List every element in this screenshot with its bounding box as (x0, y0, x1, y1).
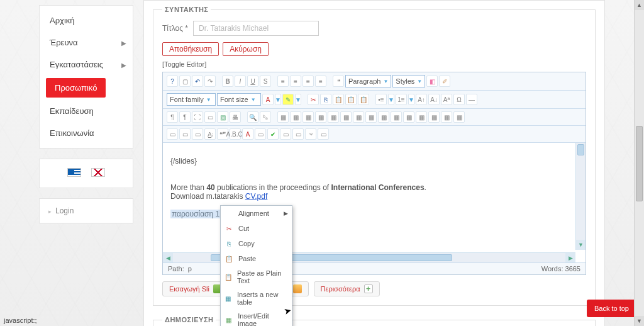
col-after-icon[interactable]: ▦ (340, 111, 352, 123)
win-scroll-thumb[interactable] (636, 126, 643, 201)
bullet-list-icon[interactable]: •≡ (375, 94, 387, 105)
cell6-icon[interactable]: ▦ (453, 111, 465, 123)
hscroll-right-icon[interactable]: ▶ (565, 253, 575, 263)
nav-staff[interactable]: Προσωπικό (46, 78, 106, 98)
block-icon[interactable]: ▭ (292, 128, 304, 140)
cancel-button[interactable]: Ακύρωση (223, 42, 269, 56)
col-before-icon[interactable]: ▦ (328, 111, 339, 123)
spell-icon[interactable]: ✔ (267, 128, 279, 140)
help-icon[interactable]: ? (167, 76, 178, 87)
ctx-paste[interactable]: 📋Paste (221, 251, 292, 266)
merge-icon[interactable]: ▦ (365, 111, 377, 123)
more-button[interactable]: Περισσότερα+ (314, 281, 380, 296)
row-before-icon[interactable]: ▦ (290, 111, 301, 123)
flag-english-icon[interactable] (91, 168, 105, 177)
underline-icon[interactable]: U (247, 76, 258, 87)
nav-contact[interactable]: Επικοινωνία (40, 122, 133, 144)
styles-select[interactable]: Styles▼ (392, 75, 425, 87)
editor-vscrollbar[interactable]: ▼ (575, 143, 586, 250)
strike-icon[interactable]: S (260, 76, 271, 87)
cell4-icon[interactable]: ▦ (428, 111, 440, 123)
hilite-dd-icon[interactable]: ▼ (295, 94, 301, 105)
italic-icon[interactable]: I (235, 76, 246, 87)
align-left-icon[interactable]: ≡ (277, 76, 289, 87)
quote-icon[interactable]: ❝ (333, 76, 344, 87)
align-center-icon[interactable]: ≡ (290, 76, 301, 87)
nav-facilities[interactable]: Εγκαταστάσεις▶ (40, 53, 133, 76)
nav-research[interactable]: Έρευνα▶ (40, 31, 133, 53)
find-icon[interactable]: 🔍 (247, 111, 258, 123)
toggle-editor-link[interactable]: [Toggle Editor] (162, 60, 206, 68)
print-icon[interactable]: 🖶 (230, 111, 241, 123)
eraser-icon[interactable]: ◧ (426, 76, 438, 87)
align-right-icon[interactable]: ≡ (303, 76, 314, 87)
fontfamily-select[interactable]: Font family▼ (167, 93, 216, 106)
rtl-icon[interactable]: ¶ (179, 111, 191, 123)
clean-icon[interactable]: ✐ (439, 76, 450, 87)
ctx-copy[interactable]: ⎘Copy (221, 236, 292, 251)
bullet-dd-icon[interactable]: ▼ (388, 94, 394, 105)
paste-icon[interactable]: 📋 (333, 94, 344, 105)
insert-slide-button[interactable]: Εισαγωγή Sli (162, 281, 229, 296)
hilite-icon[interactable]: ✎ (282, 94, 294, 105)
ltr-icon[interactable]: ¶ (167, 111, 178, 123)
layer2-icon[interactable]: ▭ (192, 128, 203, 140)
num-dd-icon[interactable]: ▼ (408, 94, 414, 105)
charmap-icon[interactable]: Ω (453, 94, 465, 105)
paste-text-icon[interactable]: 📋 (345, 94, 357, 105)
copy-icon[interactable]: ⎘ (320, 94, 331, 105)
cell-icon[interactable]: ▦ (391, 111, 402, 123)
undo-icon[interactable]: ↶ (192, 76, 203, 87)
replace-icon[interactable]: ᵇₐ (260, 111, 271, 123)
block2-icon[interactable]: ༄ (305, 128, 316, 140)
indent-icon[interactable]: A↑ (416, 94, 427, 105)
win-scroll-down-icon[interactable]: ▼ (635, 316, 644, 326)
ctx-insert-table[interactable]: ▦Inserts a new table (221, 288, 292, 309)
split-icon[interactable]: ▦ (378, 111, 389, 123)
flag-greek-icon[interactable] (67, 168, 81, 177)
vscroll-down-icon[interactable]: ▼ (576, 240, 586, 250)
vscroll-thumb[interactable] (577, 144, 584, 155)
redo-icon[interactable]: ↷ (204, 76, 216, 87)
del-row-icon[interactable]: ▦ (315, 111, 326, 123)
ctx-paste-plain[interactable]: 📋Paste as Plain Text (221, 266, 292, 288)
nav-home[interactable]: Αρχική (40, 9, 133, 31)
paste-word-icon[interactable]: 📋 (358, 94, 369, 105)
cut-icon[interactable]: ✂ (308, 94, 319, 105)
window-scrollbar[interactable]: ▲ ▼ (634, 0, 644, 326)
format-select[interactable]: Paragraph▼ (345, 75, 391, 87)
num-list-icon[interactable]: 1≡ (396, 94, 407, 105)
del-col-icon[interactable]: ▦ (353, 111, 364, 123)
title-input[interactable] (193, 21, 319, 36)
code-icon[interactable]: ▭ (255, 128, 266, 140)
row-after-icon[interactable]: ▦ (303, 111, 314, 123)
sup-icon[interactable]: Aª (441, 94, 452, 105)
cell2-icon[interactable]: ▦ (403, 111, 414, 123)
outdent-icon[interactable]: A↓ (428, 94, 440, 105)
cell3-icon[interactable]: ▦ (416, 111, 427, 123)
media-icon[interactable]: ▭ (280, 128, 291, 140)
ctx-alignment[interactable]: Alignment▶ (221, 206, 292, 221)
table-icon[interactable]: ▦ (277, 111, 289, 123)
acronym-icon[interactable]: A.B.C. (230, 128, 241, 140)
cell5-icon[interactable]: ▦ (441, 111, 452, 123)
newdoc-icon[interactable]: ▢ (179, 76, 191, 87)
a-red-icon[interactable]: A (242, 128, 253, 140)
preview-icon[interactable]: ▭ (204, 111, 216, 123)
bold-icon[interactable]: B (222, 76, 233, 87)
block3-icon[interactable]: ▭ (318, 128, 329, 140)
abbr-icon[interactable]: A̲ᵢ (204, 128, 216, 140)
align-justify-icon[interactable]: ≡ (315, 76, 326, 87)
back-to-top-button[interactable]: Back to top (587, 300, 636, 317)
save-button[interactable]: Αποθήκευση (162, 42, 219, 56)
win-scroll-up-icon[interactable]: ▲ (635, 0, 644, 10)
forecolor-icon[interactable]: A (262, 94, 274, 105)
ctx-insert-image[interactable]: ▦Insert/Edit image (221, 309, 292, 326)
ctx-cut[interactable]: ✂Cut (221, 221, 292, 236)
visualblocks-icon[interactable]: ▭ (167, 128, 178, 140)
fontsize-select[interactable]: Font size▼ (217, 93, 261, 106)
layer-icon[interactable]: ▭ (179, 128, 191, 140)
image-icon[interactable]: ▨ (217, 111, 228, 123)
hr-icon[interactable]: — (466, 94, 477, 105)
hscroll-left-icon[interactable]: ◀ (163, 253, 173, 263)
